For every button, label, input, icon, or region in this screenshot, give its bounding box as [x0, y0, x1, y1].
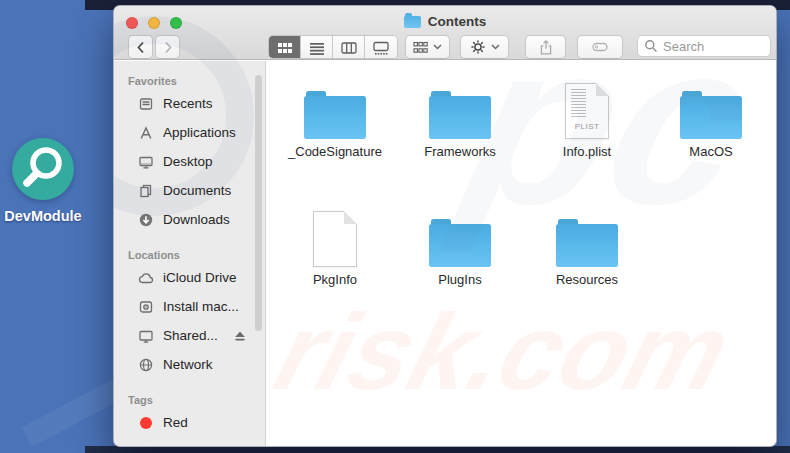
folder-icon	[304, 91, 366, 139]
sidebar-item-icloud-drive[interactable]: iCloud Drive	[114, 263, 265, 292]
sidebar-item-label: Shared...	[163, 328, 218, 343]
sidebar-item-recents[interactable]: Recents	[114, 89, 265, 118]
search-icon	[644, 39, 658, 53]
watermark-script: risk.com	[263, 289, 743, 414]
sidebar-item-label: Downloads	[163, 212, 230, 227]
file-browser-content: pc risk.com _CodeSignature Frameworks PL…	[266, 61, 776, 446]
red-tag-icon	[137, 417, 155, 429]
folder-icon	[429, 91, 491, 139]
folder-icon	[429, 219, 491, 267]
window-title: Contents	[428, 14, 487, 29]
chevron-down-icon	[491, 44, 500, 50]
sidebar-item-desktop[interactable]: Desktop	[114, 147, 265, 176]
sidebar-item-shared[interactable]: Shared...	[114, 321, 265, 350]
title-bar: Contents	[114, 12, 776, 30]
plist-document-icon: PLIST	[565, 83, 609, 139]
file-item-info-plist[interactable]: PLIST Info.plist	[532, 81, 642, 159]
view-mode-segmented-control	[268, 35, 398, 59]
disk-icon	[137, 299, 155, 315]
sidebar-item-label: Applications	[163, 125, 236, 140]
file-name: Info.plist	[532, 144, 642, 159]
devmodule-app-icon[interactable]: DevModule	[0, 138, 89, 224]
file-item-pkginfo[interactable]: PkgInfo	[280, 209, 390, 287]
sidebar-item-downloads[interactable]: Downloads	[114, 205, 265, 234]
file-name: Frameworks	[405, 144, 515, 159]
eject-icon[interactable]	[234, 330, 246, 342]
magnifier-icon	[12, 138, 74, 200]
desktop-icon	[137, 154, 155, 170]
section-header: Favorites	[114, 73, 265, 89]
column-view-button[interactable]	[333, 36, 365, 59]
sidebar-item-applications[interactable]: Applications	[114, 118, 265, 147]
folder-icon	[680, 91, 742, 139]
search-field	[637, 35, 771, 59]
section-header: Tags	[114, 392, 265, 408]
folder-icon	[404, 16, 421, 28]
back-button[interactable]	[128, 35, 153, 59]
action-button[interactable]	[460, 35, 509, 59]
globe-icon	[137, 357, 155, 373]
forward-button[interactable]	[155, 35, 180, 59]
gallery-view-button[interactable]	[365, 36, 397, 59]
file-item-plugins[interactable]: PlugIns	[405, 209, 515, 287]
sidebar-item-documents[interactable]: Documents	[114, 176, 265, 205]
sidebar-section-tags: Tags Red	[114, 392, 265, 437]
gear-icon	[470, 39, 486, 55]
sidebar-item-label: Red	[163, 415, 188, 430]
file-item-resources[interactable]: Resources	[532, 209, 642, 287]
file-name: _CodeSignature	[280, 144, 390, 159]
sidebar-item-label: iCloud Drive	[163, 270, 237, 285]
file-item-frameworks[interactable]: Frameworks	[405, 81, 515, 159]
chevron-down-icon	[433, 44, 442, 50]
sidebar-item-tag-red[interactable]: Red	[114, 408, 265, 437]
sidebar-section-locations: Locations iCloud Drive Install mac...	[114, 247, 265, 379]
tag-button[interactable]	[577, 35, 623, 59]
applications-icon	[137, 125, 155, 141]
window-chrome: Contents	[114, 6, 776, 60]
plist-badge: PLIST	[566, 122, 608, 131]
file-name: PkgInfo	[280, 272, 390, 287]
sidebar-item-label: Documents	[163, 183, 231, 198]
file-name: MacOS	[656, 144, 766, 159]
sidebar-item-network[interactable]: Network	[114, 350, 265, 379]
page-bottom-strip	[85, 446, 790, 453]
file-item-codesignature[interactable]: _CodeSignature	[280, 81, 390, 159]
app-icon-label: DevModule	[0, 208, 89, 224]
sidebar: Favorites Recents Applications	[114, 61, 266, 446]
group-by-button[interactable]	[405, 35, 450, 59]
navigation-buttons	[128, 35, 180, 59]
file-name: PlugIns	[405, 272, 515, 287]
window-main: Favorites Recents Applications	[114, 61, 776, 446]
sidebar-section-favorites: Favorites Recents Applications	[114, 73, 265, 234]
icloud-icon	[137, 270, 155, 286]
sidebar-scrollbar[interactable]	[255, 75, 262, 331]
file-item-macos[interactable]: MacOS	[656, 81, 766, 159]
documents-icon	[137, 183, 155, 199]
finder-window: Contents	[113, 5, 777, 447]
sidebar-item-label: Recents	[163, 96, 213, 111]
display-icon	[137, 328, 155, 344]
share-icon	[538, 39, 554, 55]
group-grid-icon	[413, 41, 428, 54]
list-view-button[interactable]	[301, 36, 333, 59]
tag-icon	[591, 39, 609, 55]
downloads-icon	[137, 212, 155, 228]
share-button[interactable]	[525, 35, 566, 59]
blank-document-icon	[313, 211, 357, 267]
file-name: Resources	[532, 272, 642, 287]
sidebar-item-label: Network	[163, 357, 213, 372]
sidebar-item-install-disk[interactable]: Install mac...	[114, 292, 265, 321]
sidebar-item-label: Install mac...	[163, 299, 239, 314]
section-header: Locations	[114, 247, 265, 263]
recents-icon	[137, 96, 155, 112]
icon-view-button[interactable]	[269, 36, 301, 59]
folder-icon	[556, 219, 618, 267]
sidebar-item-label: Desktop	[163, 154, 213, 169]
